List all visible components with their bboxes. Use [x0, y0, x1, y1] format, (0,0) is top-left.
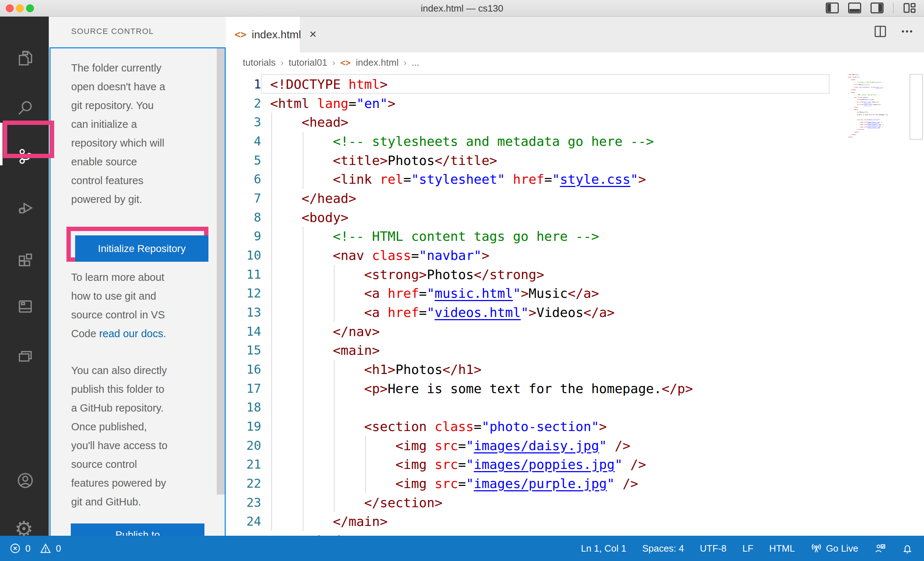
code-line: <main> [270, 343, 380, 358]
minimap-line: <section class="photo-section"> [848, 118, 862, 121]
status-cursor-position[interactable]: Ln 1, Col 1 [581, 543, 626, 554]
line-number: 10 [226, 248, 261, 262]
code-line: <body> [270, 210, 349, 225]
editor-scrollbar-slider[interactable] [909, 74, 923, 140]
code-line: <title>Photos</title> [270, 153, 497, 168]
warnings-icon[interactable] [40, 543, 51, 554]
code-line: <strong>Photos</strong> [270, 267, 544, 282]
activity-bar: ⚙ [0, 16, 49, 536]
minimap[interactable]: <!DOCTYPE html><html lang="en"> <head> <… [848, 74, 891, 146]
status-notifications[interactable] [902, 543, 913, 554]
breadcrumb-item-tutorial01[interactable]: tutorial01 [289, 57, 327, 68]
status-indentation[interactable]: Spaces: 4 [642, 543, 684, 554]
minimap-line: <img src="images/daisy.jpg" /> [848, 121, 862, 123]
warning-count[interactable]: 0 [56, 543, 61, 554]
editor-tab-bar: <> index.html ✕ [226, 16, 924, 52]
html-file-icon: <> [234, 28, 247, 40]
welcome-paragraph-1: The folder currently open doesn't have a… [71, 58, 212, 209]
error-count[interactable]: 0 [25, 543, 30, 554]
code-line: </nav> [270, 324, 380, 339]
broadcast-icon [811, 543, 822, 554]
disk-icon[interactable] [16, 297, 34, 316]
minimap-line: <link rel="stylesheet" href="style.css"> [848, 86, 862, 89]
extensions-icon[interactable] [16, 249, 34, 268]
breadcrumb-separator: › [280, 58, 284, 68]
code-line: <!-- HTML content tags go here --> [270, 229, 599, 244]
line-number: 11 [226, 267, 261, 281]
code-line: <!DOCTYPE html> [270, 77, 388, 92]
line-number: 7 [226, 191, 261, 205]
tab-label: index.html [252, 28, 301, 41]
minimap-line: </section> [848, 129, 862, 131]
account-icon[interactable] [16, 471, 34, 490]
status-eol[interactable]: LF [742, 543, 753, 554]
html-file-icon: <> [340, 58, 351, 68]
code-line: <nav class="navbar"> [270, 248, 489, 263]
search-icon[interactable] [16, 99, 34, 117]
code-line: </main> [270, 514, 388, 529]
sidebar-scrollbar-thumb[interactable] [217, 48, 225, 495]
window-title: index.html — cs130 [0, 0, 924, 16]
line-number: 16 [226, 362, 261, 377]
more-actions-icon[interactable] [901, 25, 913, 37]
minimap-line: <p>Here is some text for the homepage.</… [848, 113, 862, 116]
breadcrumb: tutorials›tutorial01›<>index.html›... [226, 52, 924, 73]
breadcrumb-separator: › [404, 58, 406, 68]
minimap-line: <h1>Photos</h1> [848, 111, 862, 114]
line-number: 5 [226, 153, 261, 168]
line-number: 15 [226, 343, 261, 358]
line-number: 4 [226, 134, 261, 148]
line-number: 24 [226, 514, 261, 528]
status-bar: 0 0 Ln 1, Col 1Spaces: 4UTF-8LFHTMLGo Li… [0, 536, 924, 561]
split-editor-icon[interactable] [874, 25, 886, 37]
breadcrumb-item-indexhtml[interactable]: index.html [356, 57, 399, 68]
minimap-line: </html> [848, 136, 862, 139]
errors-icon[interactable] [9, 543, 21, 554]
line-number: 13 [226, 305, 261, 320]
line-number: 23 [226, 495, 261, 510]
status-language-mode[interactable]: HTML [770, 543, 795, 554]
toggle-primary-sidebar-icon[interactable] [826, 3, 839, 13]
line-number: 18 [226, 400, 261, 414]
windows-icon[interactable] [16, 347, 34, 366]
code-line: <p>Here is some text for the homepage.</… [270, 381, 693, 396]
run-debug-icon[interactable] [16, 199, 34, 217]
line-number: 20 [226, 438, 261, 453]
breadcrumb-item-tutorials[interactable]: tutorials [243, 57, 276, 68]
welcome-paragraph-3: You can also directly publish this folde… [71, 361, 212, 511]
minimap-line: <main> [848, 109, 862, 111]
line-number: 3 [226, 115, 261, 129]
status-encoding[interactable]: UTF-8 [700, 543, 727, 554]
annotation-box-source-control [3, 121, 54, 158]
breadcrumb-separator: › [332, 58, 335, 68]
sidebar-title: SOURCE CONTROL [71, 27, 154, 36]
tab-index-html[interactable]: <> index.html ✕ [226, 16, 300, 52]
code-line: <a href="music.html">Music</a> [270, 286, 599, 301]
code-editor[interactable]: 1234567891011121314151617181920212223242… [226, 73, 924, 536]
toggle-secondary-sidebar-icon[interactable] [870, 3, 884, 13]
titlebar-separator [893, 3, 894, 13]
breadcrumb-item-[interactable]: ... [411, 57, 419, 68]
code-line: <img src="images/purple.jpg" /> [270, 476, 638, 491]
line-number: 6 [226, 172, 261, 186]
initialize-repository-button[interactable]: Initialize Repository [75, 235, 208, 262]
toggle-panel-icon[interactable] [848, 3, 861, 13]
code-line: <head> [270, 115, 349, 130]
line-number: 9 [226, 229, 261, 243]
read-our-docs-link[interactable]: read our docs [99, 328, 163, 340]
tab-close-icon[interactable]: ✕ [309, 29, 317, 40]
explorer-icon[interactable] [16, 49, 34, 67]
status-go-live[interactable]: Go Live [811, 543, 858, 554]
bell-icon [902, 543, 913, 554]
line-number: 1 [226, 77, 261, 91]
publish-to-github-button[interactable]: Publish to [71, 524, 204, 537]
customize-layout-icon[interactable] [903, 3, 916, 13]
line-number: 19 [226, 419, 261, 434]
code-line: <link rel="stylesheet" href="style.css"> [270, 172, 646, 187]
code-line: <img src="images/poppies.jpg" /> [270, 457, 646, 472]
minimap-line: <!DOCTYPE html> [848, 74, 862, 76]
status-feedback[interactable] [874, 543, 886, 554]
minimap-line: <title>Photos</title> [848, 84, 862, 86]
code-line: </head> [270, 191, 356, 206]
source-control-sidebar: SOURCE CONTROL The folder currently open… [49, 16, 226, 536]
